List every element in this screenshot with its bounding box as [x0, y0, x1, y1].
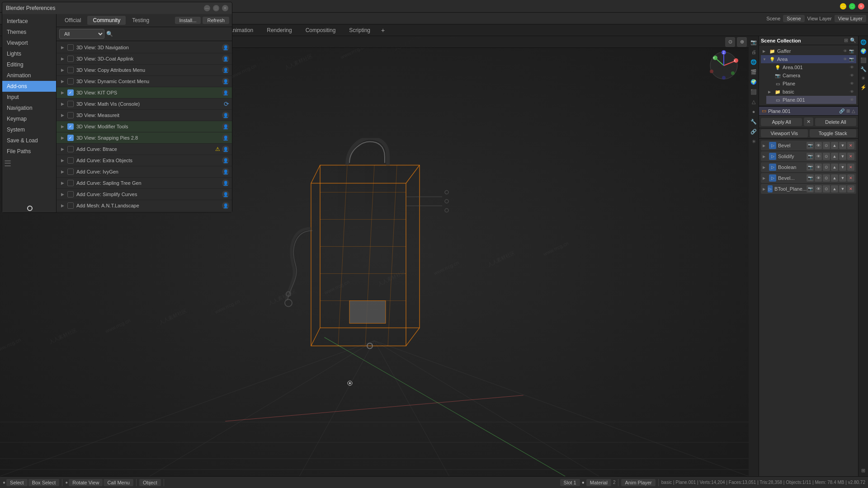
addon-checkbox[interactable]	[67, 146, 74, 152]
expand-addon-icon[interactable]: ▶	[59, 157, 66, 164]
object-data-icon[interactable]: △	[852, 108, 855, 113]
boolean-camera-btn[interactable]: 📷	[807, 164, 814, 171]
expand-bevel2-icon[interactable]: ▶	[763, 176, 768, 180]
expand-addon-icon[interactable]: ▶	[59, 135, 66, 141]
expand-boolean-icon[interactable]: ▶	[763, 165, 768, 169]
addon-checkbox[interactable]	[67, 169, 74, 175]
props-render-icon[interactable]: 📷	[750, 38, 758, 46]
strip-icon-scene[interactable]: 🌐	[859, 38, 868, 46]
solidify-eye-btn[interactable]: 👁	[815, 153, 822, 160]
maximize-button[interactable]: □	[849, 3, 855, 9]
expand-addon-icon[interactable]: ▶	[59, 169, 66, 175]
expand-btool-icon[interactable]: ▶	[763, 187, 767, 191]
expand-addon-icon[interactable]: ▶	[59, 101, 66, 107]
close-button[interactable]: ✕	[858, 3, 864, 9]
props-modifier-icon[interactable]: 🔧	[750, 117, 758, 126]
btool-render-btn[interactable]: ⊙	[823, 185, 830, 192]
proportional-edit-btn[interactable]: ⊕	[737, 37, 747, 47]
bevel-eye-btn[interactable]: 👁	[815, 142, 822, 149]
anim-player-button[interactable]: Anim Player	[621, 479, 655, 486]
bevel2-eye-btn[interactable]: 👁	[815, 174, 822, 182]
prefs-nav-addons[interactable]: Add-ons	[2, 81, 56, 92]
prefs-maximize-btn[interactable]: □	[213, 5, 219, 11]
strip-icon-world[interactable]: 🌍	[859, 47, 868, 55]
addon-sapling-tree-gen[interactable]: ▶ Add Curve: Sapling Tree Gen 👤	[57, 178, 232, 189]
expand-solidify-icon[interactable]: ▶	[763, 155, 768, 159]
boolean-down-btn[interactable]: ▼	[839, 164, 846, 171]
addon-extra-objects[interactable]: ▶ Add Curve: Extra Objects 👤	[57, 155, 232, 166]
modifier-boolean[interactable]: ▶ ▷ Boolean 📷 👁 ⊙ ▲ ▼ ✕	[761, 162, 856, 172]
addon-search-input[interactable]	[115, 31, 229, 37]
solidify-delete-btn[interactable]: ✕	[847, 153, 854, 160]
prefs-nav-viewport[interactable]: Viewport	[2, 38, 56, 48]
plane001-eye-icon[interactable]: 👁	[849, 97, 854, 103]
props-world-icon[interactable]: 🌍	[750, 78, 758, 86]
addon-btrace[interactable]: ▶ Add Curve: Btrace ⚠ 👤	[57, 144, 232, 155]
material-button[interactable]: Material	[586, 479, 611, 486]
bevel2-render-btn[interactable]: ⊙	[823, 174, 830, 182]
boolean-delete-btn[interactable]: ✕	[847, 164, 854, 171]
bevel-render-btn[interactable]: ⊙	[823, 142, 830, 149]
addon-checkbox[interactable]	[67, 191, 74, 197]
object-props-icon[interactable]: ⊞	[846, 108, 850, 113]
strip-icon-physics[interactable]: ⚡	[859, 83, 868, 91]
call-menu-button[interactable]: Call Menu	[104, 479, 133, 486]
addon-ant-landscape[interactable]: ▶ Add Mesh: A.N.T.Landscape 👤	[57, 200, 232, 211]
modifier-bevel[interactable]: ▶ ▷ Bevel 📷 👁 ⊙ ▲ ▼ ✕	[761, 141, 856, 150]
tab-testing[interactable]: Testing	[127, 16, 155, 25]
scene-selector[interactable]: Scene	[783, 15, 804, 22]
addon-dynamic-context[interactable]: ▶ 3D View: Dynamic Context Menu 👤	[57, 76, 232, 87]
expand-addon-icon[interactable]: ▶	[59, 123, 66, 130]
expand-addon-icon[interactable]: ▶	[59, 191, 66, 197]
expand-addon-icon[interactable]: ▶	[59, 89, 66, 96]
tab-scripting[interactable]: Scripting	[343, 26, 377, 35]
tab-compositing[interactable]: Compositing	[299, 26, 342, 35]
prefs-sidebar-toggle[interactable]: ☰	[2, 157, 56, 170]
addon-3dcoat-applink[interactable]: ▶ 3D View: 3D-Coat Applink 👤	[57, 53, 232, 65]
prefs-nav-save-load[interactable]: Save & Load	[2, 135, 56, 146]
tree-item-area[interactable]: ▼ 💡 Area 👁 📷	[761, 55, 856, 63]
prefs-close-btn[interactable]: ✕	[222, 5, 228, 11]
props-output-icon[interactable]: 🖨	[750, 48, 758, 56]
install-addon-btn[interactable]: Install...	[175, 17, 201, 24]
snapping-btn[interactable]: ⊙	[725, 37, 735, 47]
btool-camera-btn[interactable]: 📷	[807, 185, 814, 192]
addon-checkbox-checked[interactable]	[67, 123, 74, 130]
btool-up-btn[interactable]: ▲	[831, 185, 838, 192]
props-mesh-icon[interactable]: △	[750, 98, 758, 106]
props-object-icon[interactable]: ⬛	[750, 88, 758, 96]
bevel-down-btn[interactable]: ▼	[839, 142, 846, 149]
strip-icon-modifier[interactable]: 🔧	[859, 65, 868, 73]
close-modifier-button[interactable]: ✕	[804, 117, 813, 126]
prefs-nav-system[interactable]: System	[2, 124, 56, 135]
addon-checkbox-checked[interactable]	[67, 135, 74, 141]
addon-checkbox[interactable]	[67, 202, 74, 209]
btool-eye-btn[interactable]: 👁	[815, 185, 822, 192]
view-layer-selector[interactable]: View Layer	[835, 15, 866, 22]
strip-icon-object[interactable]: ⬛	[859, 56, 868, 64]
prefs-nav-navigation[interactable]: Navigation	[2, 103, 56, 113]
viewport-vis-button[interactable]: Viewport Vis	[761, 129, 808, 137]
prefs-nav-input[interactable]: Input	[2, 92, 56, 103]
modifier-btool[interactable]: ▶ ▷ BTool_Plane... 📷 👁 ⊙ ▲ ▼ ✕	[761, 184, 856, 194]
addon-checkbox[interactable]	[67, 78, 74, 84]
select-button[interactable]: Select	[6, 479, 28, 486]
rotate-view-button[interactable]: Rotate View	[69, 479, 103, 486]
expand-addon-icon[interactable]: ▶	[59, 56, 66, 62]
addon-checkbox[interactable]	[67, 180, 74, 186]
addon-measureit[interactable]: ▶ 3D View: Measureit 👤	[57, 110, 232, 121]
gaffer-eye-icon[interactable]: 👁	[843, 48, 848, 54]
tree-item-basic[interactable]: ▶ 📁 basic 👁	[766, 88, 856, 96]
addon-3d-navigation[interactable]: ▶ 3D View: 3D Navigation 👤	[57, 42, 232, 53]
area-eye-icon[interactable]: 👁	[843, 56, 848, 62]
prefs-nav-themes[interactable]: Themes	[2, 27, 56, 38]
addon-kit-ops[interactable]: ▶ 3D View: KIT OPS 👤	[57, 87, 232, 99]
navigation-gizmo[interactable]: X Y Z	[708, 50, 740, 81]
bevel2-camera-btn[interactable]: 📷	[807, 174, 814, 182]
tree-item-plane001[interactable]: ▭ Plane.001 👁	[766, 96, 856, 104]
props-scene-icon[interactable]: 🎬	[750, 68, 758, 76]
addon-ivygen[interactable]: ▶ Add Curve: IvyGen 👤	[57, 166, 232, 178]
prefs-nav-file-paths[interactable]: File Paths	[2, 146, 56, 157]
modifier-bevel2[interactable]: ▶ ▷ Bevel... 📷 👁 ⊙ ▲ ▼ ✕	[761, 173, 856, 183]
boolean-eye-btn[interactable]: 👁	[815, 164, 822, 171]
